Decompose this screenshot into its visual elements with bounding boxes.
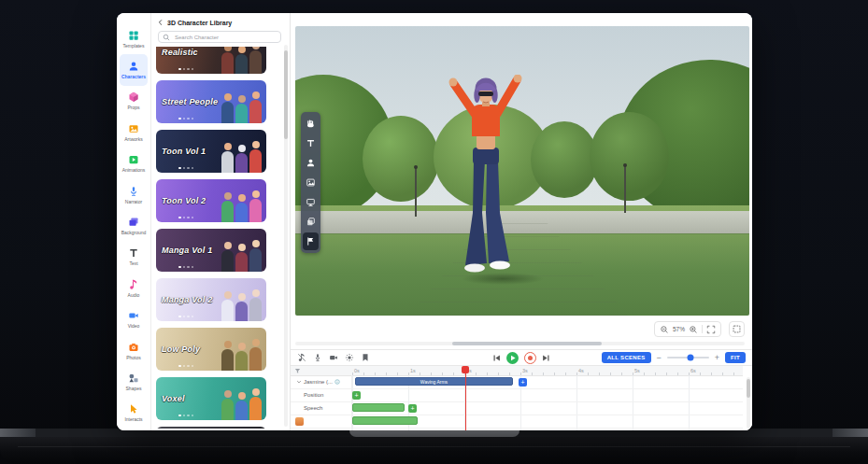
camera-icon[interactable] <box>329 353 338 362</box>
track-thumbnail[interactable] <box>295 417 304 426</box>
info-icon[interactable] <box>334 379 340 385</box>
panel-scrollbar-thumb[interactable] <box>284 50 288 139</box>
timeline-zoom-in-button[interactable] <box>715 354 719 362</box>
timeline-zoom-slider[interactable] <box>667 357 709 359</box>
props-icon <box>128 91 139 103</box>
card-figure <box>249 397 262 420</box>
sidebar-item-photos[interactable]: Photos <box>120 335 148 366</box>
card-pagination-dots <box>178 316 193 318</box>
card-figure <box>235 153 248 173</box>
library-card-street-people[interactable]: Street People <box>156 80 266 123</box>
card-title: Manga Vol 2 <box>162 295 212 304</box>
library-card-partial[interactable] <box>156 427 266 429</box>
skip-end-button[interactable] <box>542 354 550 362</box>
all-scenes-button[interactable]: ALL SCENES <box>602 352 651 363</box>
sidebar-item-label: Text <box>129 260 137 266</box>
sidebar-item-interacts[interactable]: Interacts <box>120 398 148 429</box>
track-label-position[interactable]: Position <box>304 392 323 398</box>
partial-clip[interactable] <box>352 416 418 425</box>
sidebar-item-animations[interactable]: Animations <box>120 148 148 179</box>
card-figure <box>249 347 262 371</box>
card-pagination-dots <box>178 68 193 71</box>
ruler-label: 4s <box>578 368 584 373</box>
library-card-toon-vol-2[interactable]: Toon Vol 2 <box>156 179 266 222</box>
timeline-zoom-out-button[interactable] <box>657 354 662 362</box>
screen-tool-button[interactable] <box>303 193 319 211</box>
fit-screen-icon[interactable] <box>706 325 716 334</box>
main-area: 57% <box>291 13 752 430</box>
bookmark-icon[interactable] <box>361 353 370 362</box>
lamp-post <box>624 166 626 213</box>
card-pagination-dots <box>178 365 193 368</box>
speech-clip[interactable] <box>352 403 405 412</box>
search-input[interactable] <box>173 34 277 41</box>
sidebar-item-text[interactable]: Text <box>120 242 148 273</box>
panel-scrollbar[interactable] <box>284 45 288 427</box>
zoom-in-icon[interactable] <box>689 325 698 334</box>
animation-clip[interactable]: Waving Arms <box>355 377 513 386</box>
library-card-low-poly[interactable]: Low Poly <box>156 328 266 371</box>
playhead-line[interactable] <box>465 366 466 430</box>
character-tool-button[interactable] <box>303 154 319 172</box>
timeline-vscrollbar-thumb[interactable] <box>747 379 750 398</box>
brightness-icon[interactable] <box>345 353 354 362</box>
sidebar-item-shapes[interactable]: Shapes <box>120 366 148 397</box>
layers-tool-button[interactable] <box>303 213 319 231</box>
mic-icon[interactable] <box>313 353 322 362</box>
add-position-keyframe-button[interactable] <box>352 391 361 400</box>
track-label-speech[interactable]: Speech <box>304 405 322 411</box>
record-dot-icon <box>528 356 533 360</box>
sidebar-item-props[interactable]: Props <box>120 86 148 117</box>
music-icon[interactable] <box>297 353 306 362</box>
add-clip-button[interactable] <box>519 378 527 387</box>
slider-thumb[interactable] <box>687 355 693 361</box>
timeline-vscrollbar[interactable] <box>747 377 750 429</box>
library-card-voxel[interactable]: Voxel <box>156 377 266 420</box>
sidebar-item-narrator[interactable]: Narrator <box>120 179 148 210</box>
card-title: Toon Vol 2 <box>162 196 206 205</box>
hand-tool-button[interactable] <box>303 115 319 133</box>
sidebar-item-templates[interactable]: Templates <box>120 23 148 54</box>
card-figure <box>221 201 234 222</box>
image-tool-button[interactable] <box>303 174 319 191</box>
lamp-post <box>415 168 417 217</box>
play-button[interactable] <box>506 352 519 364</box>
filter-icon[interactable] <box>294 368 301 374</box>
record-button[interactable] <box>524 352 536 364</box>
sidebar-item-artworks[interactable]: Artworks <box>120 117 148 148</box>
back-icon[interactable] <box>157 19 164 26</box>
card-title: Toon Vol 1 <box>162 147 206 156</box>
flag-tool-button[interactable] <box>303 232 319 250</box>
scene-canvas[interactable] <box>295 26 749 316</box>
library-card-manga-vol-2[interactable]: Manga Vol 2 <box>156 278 266 321</box>
card-figure <box>221 349 234 371</box>
laptop-keyboard-deck <box>0 437 868 464</box>
search-box[interactable] <box>158 31 281 43</box>
audio-icon <box>128 279 139 290</box>
sidebar-item-audio[interactable]: Audio <box>120 273 148 303</box>
fit-button[interactable]: FIT <box>725 352 746 363</box>
chevron-down-icon[interactable] <box>296 379 302 385</box>
track-row-speech: Speech <box>291 401 743 415</box>
sidebar-item-background[interactable]: Background <box>120 210 148 241</box>
hand-icon <box>306 119 316 129</box>
track-name: Speech <box>304 405 322 411</box>
sidebar-item-label: Props <box>127 105 139 110</box>
track-label-character[interactable]: Jasmine (... <box>296 379 340 385</box>
canvas-hscrollbar[interactable] <box>295 342 745 345</box>
text-tool-button[interactable] <box>303 134 319 152</box>
add-speech-button[interactable] <box>408 404 417 413</box>
snapshot-button[interactable] <box>729 321 745 337</box>
sidebar-item-video[interactable]: Video <box>120 304 148 335</box>
library-card-manga-vol-1[interactable]: Manga Vol 1 <box>156 229 266 272</box>
sidebar-item-characters[interactable]: Characters <box>120 54 148 85</box>
library-card-toon-vol-1[interactable]: Toon Vol 1 <box>156 130 266 173</box>
playhead-handle[interactable] <box>462 366 469 373</box>
card-figure <box>249 298 262 321</box>
card-pagination-dots <box>178 118 193 120</box>
library-card-realistic[interactable]: Realistic <box>156 47 266 74</box>
canvas-hscrollbar-thumb[interactable] <box>452 342 602 345</box>
character-jasmine[interactable] <box>426 75 546 276</box>
skip-start-button[interactable] <box>492 354 501 362</box>
zoom-out-icon[interactable] <box>660 325 669 334</box>
